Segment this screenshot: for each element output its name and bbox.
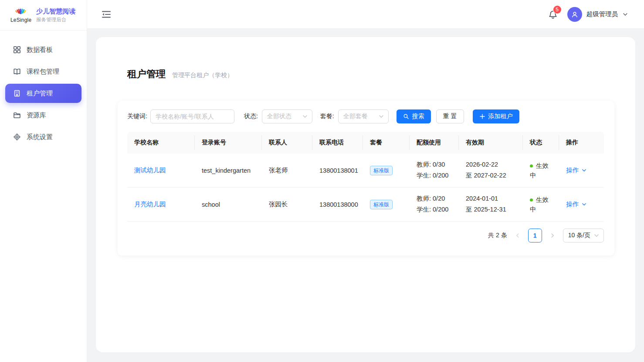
validity-cell: 2026-02-22 至 2027-02-22 <box>459 154 523 187</box>
top-header: 5 超级管理员 <box>87 0 644 29</box>
pagination-page-1[interactable]: 1 <box>528 229 542 242</box>
status-select-value: 全部状态 <box>267 113 291 120</box>
reset-button-label: 重 置 <box>443 113 457 120</box>
chevron-down-icon <box>581 167 587 173</box>
pagination-next-button[interactable] <box>549 232 556 239</box>
table-row: 测试幼儿园 test_kindergarten 张老师 13800138001 … <box>127 154 604 188</box>
add-tenant-button[interactable]: 添加租户 <box>473 109 519 123</box>
row-actions-dropdown[interactable]: 操作 <box>566 200 587 208</box>
add-tenant-button-label: 添加租户 <box>488 113 513 120</box>
sidebar: LeSingle 少儿智慧阅读 服务管理后台 数据看板 课程包管理 <box>0 0 87 362</box>
pagination-prev-button[interactable] <box>515 232 521 239</box>
quota-student: 学生: 0/200 <box>417 171 448 180</box>
dashboard-icon <box>13 46 21 54</box>
valid-from: 2024-01-01 <box>466 195 498 203</box>
sidebar-item-dashboard[interactable]: 数据看板 <box>5 40 81 59</box>
status-badge: 生效中 <box>530 161 552 180</box>
row-actions-label: 操作 <box>566 166 579 174</box>
logo-mark: LeSingle <box>10 7 31 23</box>
valid-from: 2026-02-22 <box>466 161 498 169</box>
plan-label: 套餐: <box>320 113 334 120</box>
search-button[interactable]: 搜索 <box>397 109 431 123</box>
col-contact: 联系人 <box>262 132 312 154</box>
search-icon <box>403 113 409 120</box>
sidebar-item-label: 数据看板 <box>27 46 53 54</box>
quota-student: 学生: 0/200 <box>417 205 448 214</box>
status-select[interactable]: 全部状态 <box>262 109 312 123</box>
contact-cell: 张园长 <box>262 188 312 221</box>
school-name-link[interactable]: 月亮幼儿园 <box>134 200 166 208</box>
brand-title: 少儿智慧阅读 <box>36 7 75 15</box>
menu-fold-icon <box>102 10 111 19</box>
sidebar-menu: 数据看板 课程包管理 租户管理 资源库 <box>0 31 87 156</box>
quota-teacher: 教师: 0/20 <box>417 195 445 203</box>
page-size-select[interactable]: 10 条/页 <box>563 229 604 242</box>
phone-cell: 13800138001 <box>312 154 363 187</box>
col-quota: 配额使用 <box>410 132 459 154</box>
header-right: 5 超级管理员 <box>548 7 629 22</box>
tenant-table: 学校名称 登录账号 联系人 联系电话 套餐 配额使用 有效期 状态 操作 测试幼… <box>127 132 604 222</box>
book-icon <box>13 68 21 75</box>
chevron-left-icon <box>515 232 521 239</box>
sidebar-item-tenants[interactable]: 租户管理 <box>5 84 81 103</box>
reset-button[interactable]: 重 置 <box>436 109 464 123</box>
col-validity: 有效期 <box>459 132 523 154</box>
page-card: 租户管理 管理平台租户（学校） 关键词: 状态: 全部状态 套餐: 全部套餐 <box>96 37 635 352</box>
valid-to: 至 2025-12-31 <box>466 205 506 214</box>
user-menu[interactable]: 超级管理员 <box>567 7 629 22</box>
chevron-down-icon <box>379 115 383 118</box>
plan-badge: 标准版 <box>370 200 393 209</box>
col-account: 登录账号 <box>195 132 262 154</box>
status-dot <box>530 164 533 167</box>
chevron-right-icon <box>549 232 556 239</box>
user-name: 超级管理员 <box>586 10 618 18</box>
status-dot <box>530 198 533 201</box>
sidebar-item-course-packages[interactable]: 课程包管理 <box>5 62 81 81</box>
tenant-panel: 关键词: 状态: 全部状态 套餐: 全部套餐 搜索 <box>118 101 614 256</box>
keyword-input[interactable] <box>150 109 234 123</box>
gear-icon <box>13 133 21 141</box>
sidebar-item-settings[interactable]: 系统设置 <box>5 127 81 147</box>
chevron-down-icon <box>594 234 599 237</box>
sidebar-item-label: 系统设置 <box>27 133 53 141</box>
quota-cell: 教师: 0/20 学生: 0/200 <box>410 188 459 221</box>
quota-cell: 教师: 0/30 学生: 0/200 <box>410 154 459 187</box>
plan-badge: 标准版 <box>370 166 393 175</box>
phone-cell: 13800138000 <box>312 188 363 221</box>
status-badge: 生效中 <box>530 195 552 214</box>
brand-text: 少儿智慧阅读 服务管理后台 <box>36 7 75 23</box>
chevron-down-icon <box>303 115 307 118</box>
sidebar-collapse-button[interactable] <box>102 10 111 19</box>
sidebar-item-label: 资源库 <box>27 111 46 120</box>
sidebar-item-label: 租户管理 <box>27 89 53 98</box>
main-content: 租户管理 管理平台租户（学校） 关键词: 状态: 全部状态 套餐: 全部套餐 <box>87 29 644 362</box>
notification-badge: 5 <box>553 6 561 14</box>
valid-to: 至 2027-02-22 <box>466 171 506 180</box>
status-label: 状态: <box>244 113 258 120</box>
col-actions: 操作 <box>559 132 604 154</box>
plan-select-value: 全部套餐 <box>343 113 368 120</box>
notifications-button[interactable]: 5 <box>548 10 558 19</box>
building-icon <box>13 89 21 97</box>
sidebar-item-label: 课程包管理 <box>27 68 59 76</box>
search-button-label: 搜索 <box>412 113 424 120</box>
page-header: 租户管理 管理平台租户（学校） <box>118 68 614 81</box>
user-icon <box>570 10 579 19</box>
pagination: 共 2 条 1 10 条/页 <box>127 229 604 242</box>
chevron-down-icon <box>622 11 628 17</box>
page-title: 租户管理 <box>127 68 166 81</box>
page-subtitle: 管理平台租户（学校） <box>172 72 233 79</box>
row-actions-dropdown[interactable]: 操作 <box>566 166 587 174</box>
keyword-label: 关键词: <box>127 113 147 120</box>
page-size-value: 10 条/页 <box>568 232 590 239</box>
plan-select[interactable]: 全部套餐 <box>338 109 389 123</box>
sidebar-item-resources[interactable]: 资源库 <box>5 106 81 125</box>
brand-logo: LeSingle 少儿智慧阅读 服务管理后台 <box>0 0 87 31</box>
school-name-link[interactable]: 测试幼儿园 <box>134 166 166 174</box>
chevron-down-icon <box>581 201 587 207</box>
folder-icon <box>13 111 21 119</box>
plus-icon <box>479 113 485 120</box>
logo-wordmark: LeSingle <box>10 17 31 23</box>
brand-subtitle: 服务管理后台 <box>36 17 75 23</box>
contact-cell: 张老师 <box>262 154 312 187</box>
